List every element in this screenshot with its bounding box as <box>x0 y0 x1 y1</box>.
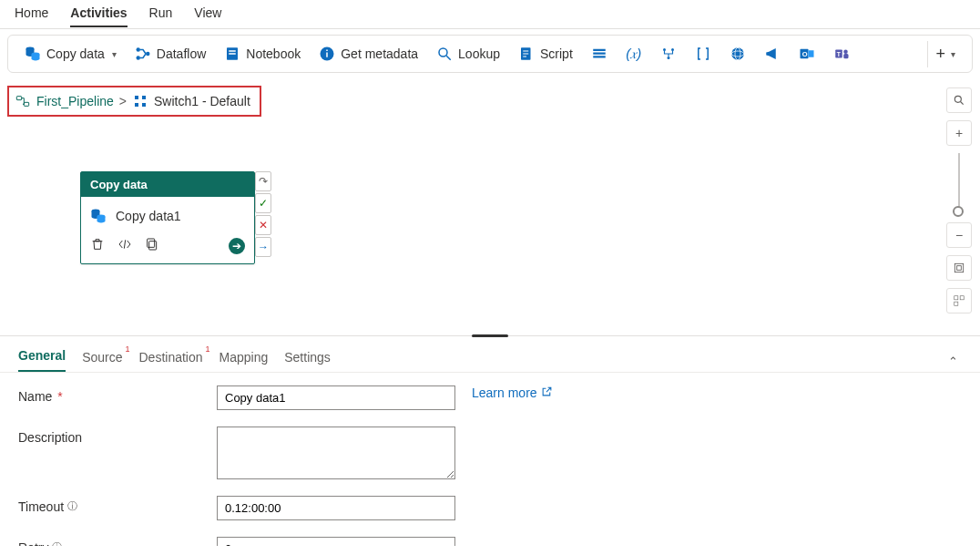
svg-point-19 <box>667 57 669 59</box>
zoom-out-button[interactable]: − <box>946 222 972 248</box>
toolbar-extra-1[interactable] <box>584 42 615 66</box>
notebook-icon <box>224 46 240 62</box>
toolbar-dataflow-label: Dataflow <box>157 46 206 61</box>
copy-icon[interactable] <box>145 237 159 254</box>
toolbar-copy-data[interactable]: Copy data ▾ <box>17 42 124 66</box>
dataflow-icon <box>135 46 151 62</box>
zoom-slider[interactable] <box>958 153 960 215</box>
svg-rect-15 <box>593 53 606 55</box>
svg-point-2 <box>136 47 140 52</box>
run-icon[interactable]: ➔ <box>229 238 245 254</box>
properties-panel: General Source1 Destination1 Mapping Set… <box>0 339 980 546</box>
breadcrumb-separator: > <box>119 94 127 108</box>
handle-completion[interactable]: → <box>255 237 271 257</box>
toolbar-get-metadata-label: Get metadata <box>341 46 418 61</box>
globe-icon <box>730 46 746 62</box>
fit-to-screen-button[interactable] <box>946 255 972 281</box>
name-field[interactable] <box>217 385 455 410</box>
toolbar-script[interactable]: Script <box>511 42 580 66</box>
outlook-icon: O <box>799 46 815 62</box>
svg-rect-38 <box>149 242 157 250</box>
svg-rect-42 <box>954 263 963 272</box>
toolbar-notebook[interactable]: Notebook <box>217 42 308 66</box>
toolbar-extra-5[interactable] <box>722 42 753 66</box>
bracket-icon <box>695 46 711 62</box>
breadcrumb-root[interactable]: First_Pipeline <box>36 94 114 108</box>
toolbar-get-metadata[interactable]: Get metadata <box>311 42 425 66</box>
svg-rect-10 <box>326 50 328 52</box>
svg-rect-34 <box>135 103 138 107</box>
description-field[interactable] <box>217 427 455 479</box>
search-icon <box>436 46 453 62</box>
retry-field[interactable] <box>217 537 455 546</box>
toolbar-add-more[interactable]: + ▾ <box>927 41 963 67</box>
collapse-panel-button[interactable]: ⌃ <box>944 351 962 372</box>
tab-destination[interactable]: Destination1 <box>139 350 203 372</box>
teams-icon: T <box>833 46 850 62</box>
toolbar-extra-8[interactable]: T <box>826 42 857 66</box>
learn-more-link[interactable]: Learn more <box>472 385 553 400</box>
canvas-search-button[interactable] <box>946 87 972 113</box>
pipeline-canvas[interactable]: Copy data Copy data1 ➔ ↷ ✓ ✕ → <box>0 117 980 335</box>
timeout-field[interactable] <box>217 496 455 520</box>
general-form: Name * Learn more Description Timeout ⓘ … <box>0 373 980 546</box>
tab-source[interactable]: Source1 <box>82 350 122 372</box>
svg-rect-33 <box>142 96 146 99</box>
source-error-badge: 1 <box>125 344 129 354</box>
svg-line-12 <box>446 56 451 60</box>
delete-icon[interactable] <box>90 237 105 254</box>
tab-destination-label: Destination <box>139 350 203 365</box>
toolbar-lookup[interactable]: Lookup <box>429 42 507 66</box>
chevron-down-icon: ▾ <box>951 49 955 59</box>
toolbar-notebook-label: Notebook <box>246 46 301 61</box>
handle-skip[interactable]: ↷ <box>255 171 271 191</box>
tab-source-label: Source <box>82 350 122 365</box>
tab-activities[interactable]: Activities <box>70 5 127 27</box>
tab-mapping[interactable]: Mapping <box>219 350 269 372</box>
properties-tabs: General Source1 Destination1 Mapping Set… <box>0 339 980 373</box>
svg-rect-32 <box>135 96 138 99</box>
info-icon: ⓘ <box>67 500 77 511</box>
svg-text:O: O <box>802 50 808 58</box>
chevron-down-icon: ▾ <box>112 49 117 59</box>
zoom-thumb[interactable] <box>953 206 964 217</box>
tab-view[interactable]: View <box>194 5 221 26</box>
plus-icon: + <box>935 45 945 64</box>
toolbar-extra-3[interactable] <box>653 42 684 66</box>
toolbar-extra-6[interactable] <box>757 42 788 66</box>
handle-success[interactable]: ✓ <box>255 193 271 213</box>
tab-home[interactable]: Home <box>15 5 48 26</box>
list-icon <box>591 46 607 62</box>
svg-point-11 <box>439 48 447 57</box>
svg-rect-39 <box>148 239 155 247</box>
zoom-controls: + − <box>945 87 973 313</box>
svg-rect-43 <box>957 266 962 271</box>
toolbar-dataflow[interactable]: Dataflow <box>128 42 213 66</box>
zoom-in-button[interactable]: + <box>946 120 972 146</box>
tab-general[interactable]: General <box>18 348 66 372</box>
variable-icon: (𝑥) <box>626 46 642 62</box>
retry-label: Retry ⓘ <box>18 537 209 546</box>
svg-rect-31 <box>24 102 28 106</box>
activity-card-copy-data[interactable]: Copy data Copy data1 ➔ <box>80 171 255 264</box>
toolbar-lookup-label: Lookup <box>458 46 500 61</box>
external-link-icon <box>541 385 553 400</box>
info-icon <box>319 46 335 62</box>
tab-run[interactable]: Run <box>149 5 173 26</box>
toolbar-extra-2[interactable]: (𝑥) <box>618 42 649 66</box>
toolbar-extra-7[interactable]: O <box>791 42 822 66</box>
breadcrumb-current: Switch1 - Default <box>154 94 250 108</box>
svg-line-41 <box>961 102 964 105</box>
auto-align-button[interactable] <box>946 288 972 313</box>
flow-icon <box>660 46 677 62</box>
toolbar-script-label: Script <box>540 46 573 61</box>
tab-settings[interactable]: Settings <box>284 350 331 372</box>
toolbar-extra-4[interactable] <box>688 42 719 66</box>
svg-point-18 <box>671 48 674 51</box>
svg-rect-28 <box>843 54 848 58</box>
svg-point-3 <box>136 56 140 60</box>
svg-rect-6 <box>230 50 237 52</box>
toolbar-copy-data-label: Copy data <box>46 46 105 61</box>
code-icon[interactable] <box>117 237 132 254</box>
handle-fail[interactable]: ✕ <box>255 215 271 235</box>
